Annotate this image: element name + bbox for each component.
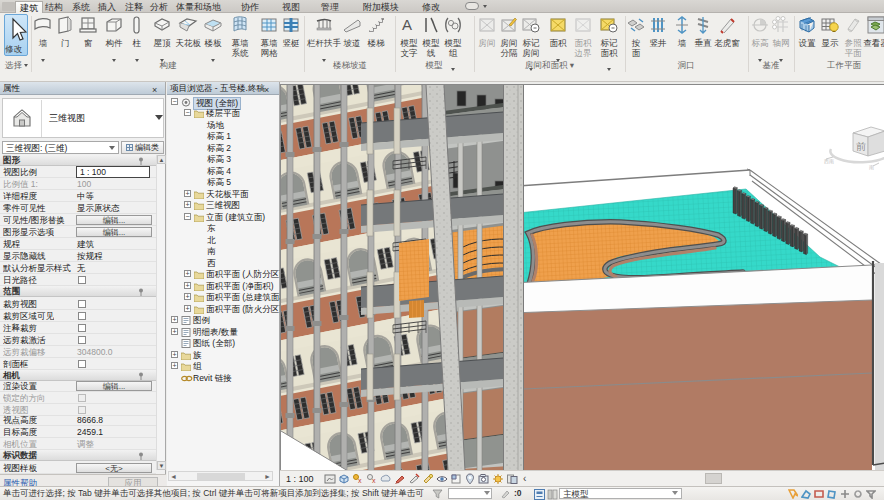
svg-text:前: 前 [856, 141, 866, 152]
svg-text:A: A [402, 16, 412, 33]
svg-text:西南: 西南 [824, 158, 834, 165]
svg-text:南: 南 [869, 164, 874, 170]
svg-text:x: x [358, 477, 362, 484]
svg-text:x: x [372, 477, 376, 484]
